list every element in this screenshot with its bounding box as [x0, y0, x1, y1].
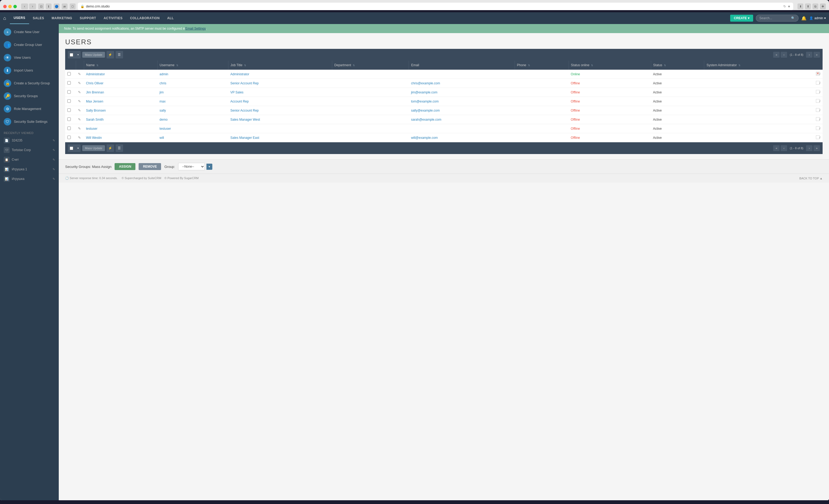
recent-item-schet[interactable]: 📋 Счет ✎	[0, 155, 59, 164]
select-all-dropdown[interactable]: ▾	[68, 51, 81, 59]
mass-update-button-top[interactable]: Mass Update	[82, 52, 105, 57]
user-name-link[interactable]: testuser	[86, 127, 98, 130]
row-edit-cell[interactable]: ✎	[76, 97, 84, 106]
info-icon[interactable]: i	[820, 108, 821, 112]
jobtitle-link[interactable]: Sales Manager East	[230, 136, 259, 140]
list-view-button-bottom[interactable]: ☰	[116, 145, 123, 152]
edit-pencil-icon[interactable]: ✎	[78, 90, 81, 94]
select-dropdown-arrow-bottom[interactable]: ▾	[75, 147, 81, 150]
extension-icon-3[interactable]: ⬡	[70, 3, 76, 9]
row-edit-cell[interactable]: ✎	[76, 88, 84, 97]
sidebar-item-create-group-user[interactable]: 👥 Create Group User	[0, 38, 59, 51]
row-checkbox[interactable]	[67, 99, 71, 103]
recent-item-tortoise-corp[interactable]: 🛡 Tortoise Corp ✎	[0, 145, 59, 155]
sort-phone-icon[interactable]: ⇅	[528, 64, 530, 67]
jobtitle-link[interactable]: Sales Manager West	[230, 118, 260, 121]
username-link[interactable]: jim	[159, 90, 164, 94]
last-page-button-bottom[interactable]: »	[814, 145, 820, 151]
user-name-link[interactable]: Chris Olliver	[86, 81, 103, 85]
select-all-dropdown-bottom[interactable]: ▾	[68, 145, 81, 152]
prev-page-button-top[interactable]: ‹	[781, 52, 787, 57]
edit-pencil-icon[interactable]: ✎	[78, 108, 81, 112]
reader-icon[interactable]: ⊡	[38, 3, 44, 9]
info-icon[interactable]: i	[820, 117, 821, 121]
first-page-button-top[interactable]: «	[773, 52, 780, 57]
edit-icon[interactable]: ✎	[52, 158, 55, 161]
row-edit-cell[interactable]: ✎	[76, 106, 84, 115]
username-link[interactable]: chris	[159, 81, 166, 85]
list-view-button-top[interactable]: ☰	[116, 51, 123, 59]
info-icon[interactable]: i	[820, 81, 821, 85]
sidebar-item-role-management[interactable]: ⚙ Role Management	[0, 103, 59, 115]
notifications-bell[interactable]: 🔔	[801, 16, 806, 21]
url-bar[interactable]: 🔒 demo.crm.studio ↻ ★	[78, 3, 793, 10]
select-dropdown-arrow[interactable]: ▾	[75, 53, 81, 56]
edit-pencil-icon[interactable]: ✎	[78, 99, 81, 103]
row-edit-cell[interactable]: ✎	[76, 124, 84, 133]
group-select[interactable]: --None--	[178, 163, 205, 170]
next-page-button-top[interactable]: ›	[806, 52, 813, 57]
maximize-button[interactable]	[13, 5, 17, 8]
back-button[interactable]: ‹	[21, 3, 28, 9]
select-all-checkbox[interactable]	[68, 53, 75, 56]
extension-icon-1[interactable]: 🔵	[54, 3, 60, 9]
row-checkbox[interactable]	[67, 135, 71, 139]
user-name-link[interactable]: Max Jensen	[86, 100, 103, 103]
row-checkbox-cell[interactable]	[65, 70, 76, 79]
search-bar[interactable]: 🔍	[756, 15, 799, 22]
minimize-button[interactable]	[8, 5, 12, 8]
row-checkbox-cell[interactable]	[65, 115, 76, 124]
download-icon[interactable]: ⬇	[797, 3, 803, 9]
username-link[interactable]: sally	[159, 109, 166, 112]
close-button[interactable]	[3, 5, 7, 8]
edit-icon[interactable]: ✎	[52, 168, 55, 171]
user-name-link[interactable]: Administrator	[86, 72, 105, 76]
nav-item-users[interactable]: USERS	[10, 12, 29, 24]
user-menu[interactable]: 👤 admin ▾	[809, 16, 826, 20]
username-link[interactable]: will	[159, 136, 164, 140]
row-edit-cell[interactable]: ✎	[76, 70, 84, 79]
username-link[interactable]: demo	[159, 118, 168, 121]
star-icon[interactable]: ★	[788, 4, 791, 8]
username-link[interactable]: admin	[159, 72, 168, 76]
sidebar-item-create-new-user[interactable]: + Create New User	[0, 26, 59, 38]
info-circle-icon[interactable]: ℹ	[46, 3, 51, 9]
nav-item-collaboration[interactable]: COLLABORATION	[126, 12, 164, 24]
home-icon[interactable]: ⌂	[3, 15, 6, 21]
info-icon[interactable]: i	[820, 135, 821, 139]
edit-pencil-icon[interactable]: ✎	[78, 117, 81, 121]
row-checkbox[interactable]	[67, 90, 71, 94]
sidebar-item-create-security-group[interactable]: 🔒 Create a Security Group	[0, 77, 59, 90]
sidebar-item-view-users[interactable]: 👁 View Users	[0, 51, 59, 64]
user-name-link[interactable]: Sarah Smith	[86, 118, 104, 121]
nav-item-all[interactable]: ALL	[164, 12, 178, 24]
edit-pencil-icon[interactable]: ✎	[78, 81, 81, 85]
edit-icon[interactable]: ✎	[52, 139, 55, 142]
row-edit-cell[interactable]: ✎	[76, 133, 84, 142]
edit-pencil-icon[interactable]: ✎	[78, 72, 81, 76]
prev-page-button-bottom[interactable]: ‹	[781, 145, 787, 151]
edit-pencil-icon[interactable]: ✎	[78, 126, 81, 130]
sidebar-item-security-suite-settings[interactable]: 🛡 Security Suite Settings	[0, 115, 59, 128]
recent-item-igrushka[interactable]: 📊 Игрушка ✎	[0, 174, 59, 184]
sort-status-icon[interactable]: ⇅	[664, 64, 666, 67]
back-to-top-button[interactable]: BACK TO TOP ▲	[799, 177, 823, 180]
group-select-dropdown-button[interactable]: ▾	[207, 164, 212, 170]
row-checkbox[interactable]	[67, 81, 71, 85]
assign-button[interactable]: ASSIGN	[115, 163, 135, 170]
select-all-input[interactable]	[70, 53, 73, 56]
sort-dept-icon[interactable]: ⇅	[353, 64, 355, 67]
jobtitle-link[interactable]: Senior Account Rep	[230, 81, 258, 85]
sort-name-icon[interactable]: ⇅	[97, 64, 99, 67]
row-edit-cell[interactable]: ✎	[76, 115, 84, 124]
tabs-icon[interactable]: ⧉	[813, 3, 818, 9]
jobtitle-link[interactable]: Senior Account Rep	[230, 109, 258, 112]
nav-item-activities[interactable]: ACTIVITIES	[100, 12, 126, 24]
reload-icon[interactable]: ↻	[783, 4, 786, 8]
edit-pencil-icon[interactable]: ✎	[78, 135, 81, 140]
email-link[interactable]: sally@example.com	[411, 109, 440, 112]
username-link[interactable]: testuser	[159, 127, 171, 130]
jobtitle-link[interactable]: VP Sales	[230, 90, 243, 94]
user-name-link[interactable]: Sally Bronsen	[86, 109, 106, 112]
recent-item-324235[interactable]: 📄 324235 ✎	[0, 135, 59, 145]
